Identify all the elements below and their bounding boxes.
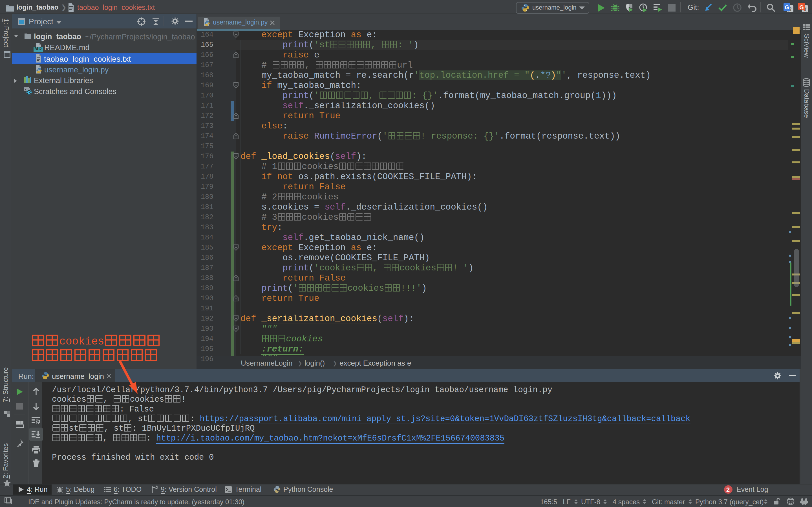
svg-text:G: G xyxy=(784,4,789,10)
svg-text:G: G xyxy=(799,4,804,10)
